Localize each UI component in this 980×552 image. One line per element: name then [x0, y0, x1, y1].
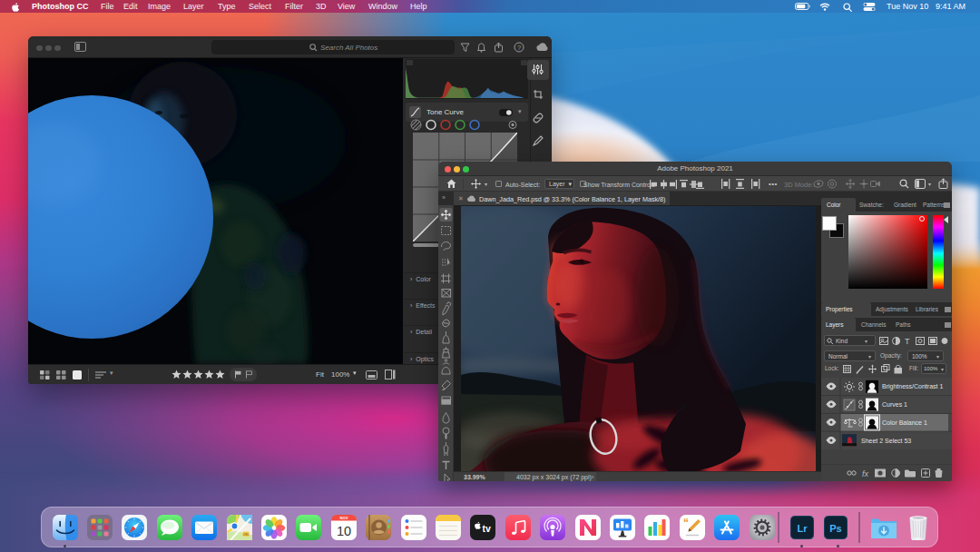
svg-text:Sheet 2 Select 53: Sheet 2 Select 53 [861, 438, 911, 444]
svg-text:Brightness/Contrast 1: Brightness/Contrast 1 [882, 383, 943, 390]
svg-text:?: ? [517, 44, 521, 52]
svg-text:fx: fx [862, 469, 869, 478]
svg-text:Curves 1: Curves 1 [882, 401, 907, 408]
svg-text:Color Balance 1: Color Balance 1 [882, 419, 927, 426]
svg-text:T: T [905, 337, 910, 346]
